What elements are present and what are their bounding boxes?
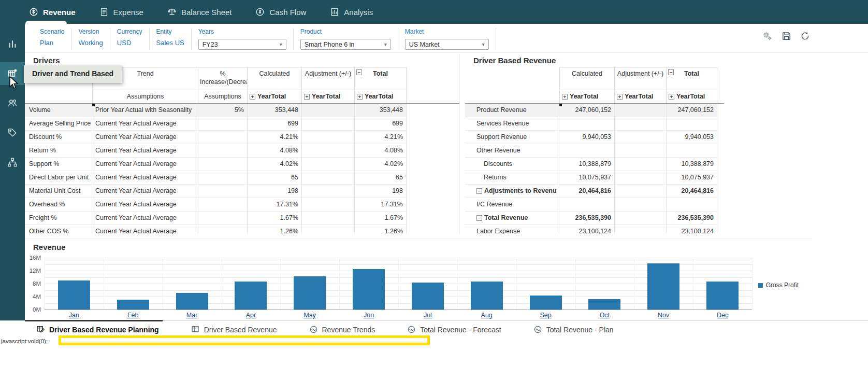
cell-returns-1[interactable] xyxy=(615,171,667,185)
cell-return-3[interactable] xyxy=(302,144,355,158)
x-label-dec[interactable]: Dec xyxy=(693,312,752,319)
bar-aug[interactable] xyxy=(471,282,503,310)
bar-jul[interactable] xyxy=(412,283,444,310)
expand-icon[interactable]: + xyxy=(669,94,674,100)
row-header-total-revenue[interactable]: −Total Revenue xyxy=(465,212,559,225)
nav-tab-balance-sheet[interactable]: Balance Sheet xyxy=(167,7,232,17)
row-header-direct-labor-per-unit[interactable]: Direct Labor per Unit xyxy=(25,171,92,185)
col-subheader-yeartotal[interactable]: +YearTotal xyxy=(559,90,615,103)
cell-total-revenue-1[interactable] xyxy=(615,212,667,225)
nav-tab-cash-flow[interactable]: Cash Flow xyxy=(255,7,306,17)
row-header-other-cos[interactable]: Other COS % xyxy=(25,225,92,234)
row-header-labor-expense[interactable]: Labor Expense xyxy=(465,225,559,234)
col-header-calculated[interactable]: Calculated xyxy=(248,67,302,90)
collapse-icon[interactable]: − xyxy=(356,69,362,75)
cell-freight-1[interactable] xyxy=(198,212,248,225)
years-select[interactable]: FY23▾ xyxy=(198,39,286,50)
col-header-calculated[interactable]: Calculated xyxy=(559,67,615,90)
bar-oct[interactable] xyxy=(588,299,620,310)
pov-value-entity[interactable]: Sales US xyxy=(156,39,184,47)
collapse-icon[interactable]: − xyxy=(476,215,482,221)
expand-icon[interactable]: + xyxy=(562,94,568,100)
save-icon[interactable] xyxy=(782,31,791,41)
row-header-adjustments-to-revenu[interactable]: −Adjustments to Revenu xyxy=(465,185,559,198)
cell-product-revenue-2[interactable]: 247,060,152 xyxy=(667,104,717,117)
bar-jan[interactable] xyxy=(58,280,90,310)
x-label-feb[interactable]: Feb xyxy=(104,312,163,319)
x-label-may[interactable]: May xyxy=(280,312,339,319)
cell-product-revenue-0[interactable]: 247,060,152 xyxy=(559,104,615,117)
col-header-adjustment[interactable]: Adjustment (+/-) xyxy=(615,67,667,90)
cell-adjustments-to-revenu-2[interactable]: 20,464,816 xyxy=(667,185,717,198)
cell-returns-0[interactable]: 10,075,937 xyxy=(559,171,615,185)
cell-material-unit-cost-4[interactable]: 198 xyxy=(355,185,407,198)
cell-average-selling-price-0[interactable]: Current Year Actual Average xyxy=(92,117,198,131)
cell-i-c-revenue-2[interactable] xyxy=(667,198,717,212)
cell-average-selling-price-3[interactable] xyxy=(302,117,355,131)
sidebar-item-users[interactable] xyxy=(0,92,25,115)
cell-direct-labor-per-unit-1[interactable] xyxy=(198,171,248,185)
cell-services-revenue-2[interactable] xyxy=(667,117,717,131)
cell-other-cos-0[interactable]: Current Year Actual Average xyxy=(92,225,198,234)
cell-other-cos-1[interactable] xyxy=(198,225,248,234)
pov-value-version[interactable]: Working xyxy=(78,39,103,47)
cell-volume-1[interactable]: 5% xyxy=(198,104,248,117)
cell-freight-4[interactable]: 1.67% xyxy=(355,212,407,225)
bar-dec[interactable] xyxy=(706,282,739,310)
cell-discounts-0[interactable]: 10,388,879 xyxy=(559,158,615,171)
cell-direct-labor-per-unit-4[interactable]: 65 xyxy=(355,171,407,185)
cell-direct-labor-per-unit-3[interactable] xyxy=(302,171,355,185)
sidebar-item-process[interactable] xyxy=(0,151,25,174)
expand-icon[interactable]: + xyxy=(250,94,255,100)
bottom-tab-total-revenue-plan[interactable]: Total Revenue - Plan xyxy=(533,325,614,334)
bar-sep[interactable] xyxy=(530,296,562,310)
row-header-freight[interactable]: Freight % xyxy=(25,212,92,225)
bar-jun[interactable] xyxy=(353,269,385,310)
cell-labor-expense-1[interactable] xyxy=(615,225,667,234)
col-subheader-yeartotal[interactable]: +YearTotal xyxy=(667,90,717,103)
cell-return-2[interactable]: 4.08% xyxy=(248,144,302,158)
col-header-total[interactable]: −Total xyxy=(355,67,407,90)
col-header-increase-decreas[interactable]: % Increase/(Decreas xyxy=(198,67,248,90)
cell-other-revenue-0[interactable] xyxy=(559,144,615,158)
cell-overhead-1[interactable] xyxy=(198,198,248,212)
x-label-aug[interactable]: Aug xyxy=(457,312,516,319)
x-label-jul[interactable]: Jul xyxy=(398,312,457,319)
cell-freight-0[interactable]: Current Year Actual Average xyxy=(92,212,198,225)
cell-services-revenue-1[interactable] xyxy=(615,117,667,131)
x-label-apr[interactable]: Apr xyxy=(221,312,280,319)
bar-may[interactable] xyxy=(294,276,326,310)
cell-other-cos-3[interactable] xyxy=(302,225,355,234)
cell-discount-1[interactable] xyxy=(198,131,248,144)
cell-returns-2[interactable]: 10,075,937 xyxy=(667,171,717,185)
expand-icon[interactable]: + xyxy=(357,94,363,100)
nav-tab-revenue[interactable]: Revenue xyxy=(29,7,76,17)
collapse-icon[interactable]: − xyxy=(668,69,674,75)
pov-value-currency[interactable]: USD xyxy=(117,39,142,47)
cell-total-revenue-0[interactable]: 236,535,390 xyxy=(559,212,615,225)
bar-nov[interactable] xyxy=(647,263,679,310)
expand-icon[interactable]: + xyxy=(617,94,623,100)
cell-support-3[interactable] xyxy=(302,158,355,171)
cell-material-unit-cost-2[interactable]: 198 xyxy=(248,185,302,198)
sidebar-item-tags[interactable] xyxy=(0,121,25,144)
col-header-adjustment[interactable]: Adjustment (+/-) xyxy=(302,67,355,90)
cell-support-revenue-2[interactable]: 9,940,053 xyxy=(667,131,717,144)
cell-average-selling-price-1[interactable] xyxy=(198,117,248,131)
cell-volume-0[interactable]: Prior Year Actual with Seasonality xyxy=(92,104,198,117)
cell-overhead-0[interactable]: Current Year Actual Average xyxy=(92,198,198,212)
cell-material-unit-cost-3[interactable] xyxy=(302,185,355,198)
cell-direct-labor-per-unit-2[interactable]: 65 xyxy=(248,171,302,185)
x-label-jan[interactable]: Jan xyxy=(45,312,104,319)
cell-support-2[interactable]: 4.02% xyxy=(248,158,302,171)
row-header-overhead[interactable]: Overhead % xyxy=(25,198,92,212)
row-header-average-selling-price[interactable]: Average Selling Price xyxy=(25,117,92,131)
row-header-support-revenue[interactable]: Support Revenue xyxy=(465,131,559,144)
cell-volume-3[interactable] xyxy=(302,104,355,117)
collapse-icon[interactable]: − xyxy=(476,188,482,194)
cell-overhead-2[interactable]: 17.31% xyxy=(248,198,302,212)
col-subheader-yeartotal[interactable]: +YearTotal xyxy=(615,90,667,103)
row-header-i-c-revenue[interactable]: I/C Revenue xyxy=(465,198,559,212)
cell-return-0[interactable]: Current Year Actual Average xyxy=(92,144,198,158)
market-select[interactable]: US Market▾ xyxy=(405,39,489,50)
